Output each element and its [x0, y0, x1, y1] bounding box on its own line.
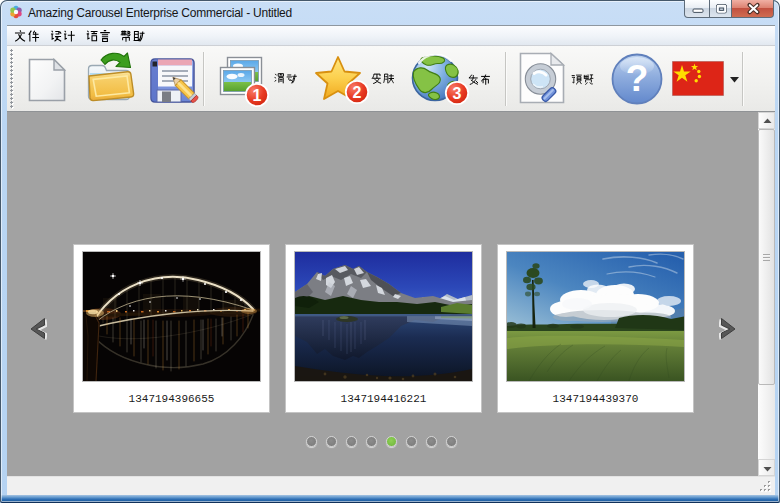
svg-text:?: ? [626, 58, 649, 99]
svg-text:1: 1 [253, 87, 262, 104]
svg-text:3: 3 [453, 85, 462, 102]
svg-text:2: 2 [353, 84, 362, 101]
